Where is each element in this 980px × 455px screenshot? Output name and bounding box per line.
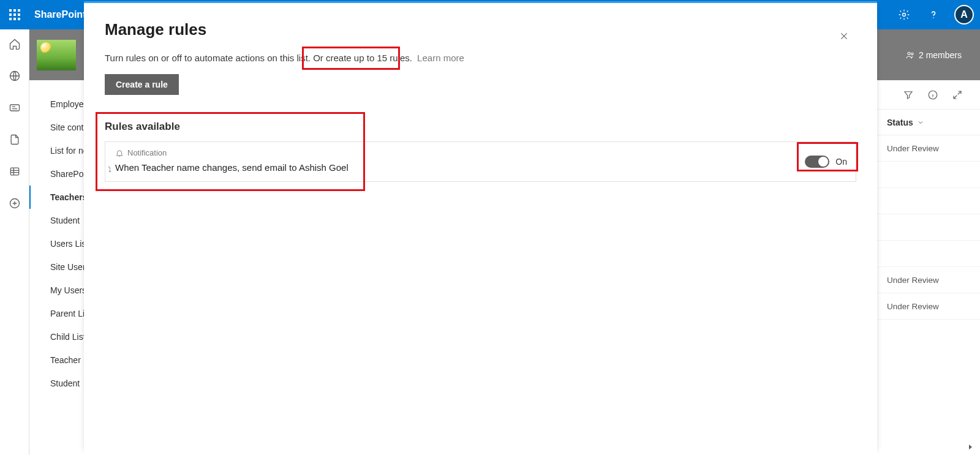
- home-icon[interactable]: [7, 37, 22, 51]
- svg-rect-2: [18, 9, 20, 12]
- svg-point-9: [903, 13, 906, 17]
- rules-available-heading: Rules available: [105, 121, 856, 133]
- table-row[interactable]: [876, 188, 980, 214]
- app-launcher-icon[interactable]: [0, 0, 29, 29]
- table-row[interactable]: [876, 241, 980, 267]
- peek-table: Status Under Review Under Review Under R…: [876, 109, 980, 320]
- table-row[interactable]: [876, 162, 980, 188]
- table-row[interactable]: Under Review: [876, 267, 980, 293]
- rule-toggle-area: On: [805, 156, 847, 168]
- svg-rect-7: [13, 18, 16, 20]
- info-icon[interactable]: [927, 89, 938, 100]
- manage-rules-panel: Manage rules Turn rules on or off to aut…: [84, 1, 877, 455]
- svg-rect-4: [13, 13, 16, 16]
- rule-type: Notification: [115, 148, 846, 157]
- content-peek: Status Under Review Under Review Under R…: [876, 80, 980, 455]
- desc-part2: Or create up to 15 rules.: [313, 53, 412, 63]
- members-count-label: 2 members: [919, 50, 962, 60]
- desc-part1: Turn rules on or off to automate actions…: [105, 53, 313, 63]
- panel-description: Turn rules on or off to automate actions…: [105, 53, 856, 63]
- panel-title: Manage rules: [105, 20, 856, 39]
- table-row[interactable]: Under Review: [876, 135, 980, 162]
- suite-right: A: [889, 0, 980, 29]
- rule-card[interactable]: ⤵ Notification When Teacher name changes…: [105, 141, 856, 182]
- cursor-icon: ⤵: [108, 165, 111, 174]
- rule-type-label: Notification: [127, 148, 167, 157]
- scroll-right-arrow[interactable]: [965, 442, 976, 453]
- svg-rect-0: [9, 9, 12, 12]
- bell-icon: [115, 149, 124, 157]
- globe-icon[interactable]: [7, 69, 22, 83]
- list-icon[interactable]: [7, 164, 22, 179]
- filter-icon[interactable]: [903, 89, 914, 100]
- svg-rect-1: [13, 9, 16, 12]
- table-row[interactable]: [876, 214, 980, 241]
- members-count[interactable]: 2 members: [905, 50, 962, 60]
- svg-point-11: [908, 52, 910, 55]
- svg-rect-14: [10, 105, 19, 111]
- table-row[interactable]: Under Review: [876, 293, 980, 320]
- add-icon[interactable]: [7, 196, 22, 211]
- settings-icon[interactable]: [889, 0, 919, 29]
- svg-rect-8: [18, 18, 20, 20]
- column-header-status[interactable]: Status: [876, 110, 980, 135]
- expand-icon[interactable]: [952, 89, 963, 100]
- rule-toggle-label: On: [835, 157, 847, 167]
- svg-point-12: [911, 53, 913, 55]
- close-icon[interactable]: [835, 28, 853, 45]
- svg-point-10: [933, 17, 934, 18]
- peek-toolbar: [876, 80, 980, 109]
- app-name[interactable]: SharePoint: [29, 9, 86, 20]
- learn-more-link[interactable]: Learn more: [417, 53, 464, 63]
- svg-rect-5: [18, 13, 20, 16]
- column-header-label: Status: [887, 118, 913, 127]
- news-icon[interactable]: [7, 100, 22, 115]
- svg-rect-15: [10, 168, 18, 175]
- help-icon[interactable]: [919, 0, 948, 29]
- chevron-down-icon: [917, 119, 924, 126]
- file-icon[interactable]: [7, 132, 22, 147]
- svg-rect-6: [9, 18, 12, 20]
- rule-description: When Teacher name changes, send email to…: [115, 162, 846, 173]
- site-logo[interactable]: [37, 40, 76, 70]
- rule-toggle[interactable]: [805, 156, 829, 168]
- svg-rect-3: [9, 13, 12, 16]
- avatar[interactable]: A: [954, 5, 974, 24]
- create-rule-button[interactable]: Create a rule: [105, 74, 179, 95]
- left-rail: [0, 29, 29, 455]
